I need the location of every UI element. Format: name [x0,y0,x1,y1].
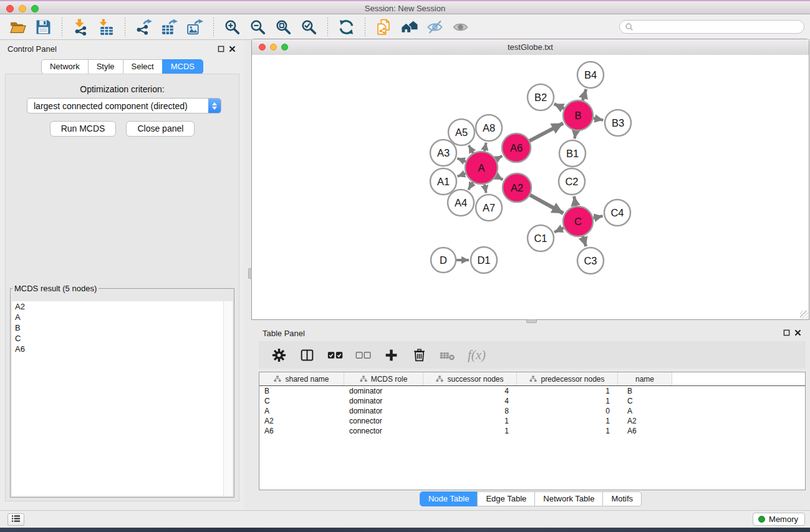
edge-A-A8[interactable] [485,143,486,152]
table-cell[interactable]: connector [344,427,423,435]
table-cell[interactable]: dominator [344,387,423,395]
table-float-icon[interactable] [782,328,791,337]
tab-mcds[interactable]: MCDS [162,59,203,74]
delete-column-icon[interactable] [405,344,433,366]
node-A2[interactable] [503,173,531,202]
network-graph[interactable]: B4B2BB3A8A5A6A3B1AA1C2A2A4A7C4CC1C3DD1 [252,55,809,319]
show-all-icon[interactable] [448,17,473,37]
node-A6[interactable] [502,133,531,162]
result-item[interactable]: B [12,322,233,333]
search-box[interactable] [619,20,804,34]
split-panel-icon[interactable] [293,344,321,366]
table-settings-icon[interactable] [265,344,293,366]
result-item[interactable]: A2 [12,301,233,312]
edge-B-B1[interactable] [575,131,576,139]
close-panel-icon[interactable] [228,44,237,54]
table-cell[interactable]: C [259,397,344,405]
table-row[interactable]: Adominator80A [259,406,805,416]
column-header-name[interactable]: name [618,372,672,385]
node-B3[interactable] [605,110,631,136]
result-item[interactable]: A6 [12,344,233,354]
memory-button[interactable]: Memory [753,513,805,526]
run-mcds-button[interactable]: Run MCDS [50,121,117,137]
edge-C-C2[interactable] [574,196,576,206]
edge-A-A3[interactable] [457,158,466,162]
edge-B-B3[interactable] [594,118,604,120]
table-row[interactable]: Cdominator41C [259,396,805,406]
edge-C-C4[interactable] [593,216,602,218]
table-cell[interactable]: 4 [423,387,517,395]
node-A8[interactable] [476,115,502,141]
open-session-icon[interactable] [5,17,31,37]
table-cell[interactable]: dominator [344,397,423,405]
edge-C-C1[interactable] [554,228,564,232]
table-cell[interactable]: A [259,407,344,415]
table-cell[interactable]: B [618,387,672,395]
table-row[interactable]: A6connector11A6 [259,426,805,436]
table-cell[interactable]: 0 [517,407,618,415]
table-cell[interactable]: 1 [517,427,618,435]
edge-C-C3[interactable] [583,236,586,246]
resize-grip-icon[interactable] [800,311,808,319]
table-cell[interactable]: 1 [423,427,517,435]
zoom-fit-icon[interactable] [271,17,296,37]
tab-edge-table[interactable]: Edge Table [477,491,535,506]
select-all-icon[interactable] [321,344,349,366]
node-C[interactable] [563,206,593,236]
tab-select[interactable]: Select [123,59,163,74]
save-session-icon[interactable] [31,17,56,37]
table-cell[interactable]: C [618,397,672,405]
criterion-select[interactable]: largest connected component (directed) [27,98,221,114]
tab-motifs[interactable]: Motifs [602,491,642,506]
edge-A-A5[interactable] [469,145,473,153]
table-row[interactable]: A2connector11A2 [259,416,805,426]
edge-B-B4[interactable] [582,89,586,100]
table-cell[interactable]: A2 [618,417,672,425]
edge-A6-B[interactable] [529,123,563,141]
column-header-successor-nodes[interactable]: successor nodes [423,372,517,385]
table-cell[interactable]: 8 [423,407,517,415]
table-row[interactable]: Bdominator41B [259,386,805,396]
table-cell[interactable]: 1 [423,417,517,425]
import-table-icon[interactable] [94,17,119,37]
edge-A-A2[interactable] [496,176,503,180]
zoom-out-icon[interactable] [245,17,271,37]
vertical-scroll-thumb[interactable] [248,268,252,279]
node-C2[interactable] [559,168,585,195]
export-image-icon[interactable] [182,17,208,37]
node-D[interactable] [431,248,456,273]
table-cell[interactable]: 1 [517,417,618,425]
node-D1[interactable] [471,247,497,273]
import-network-icon[interactable] [68,17,94,37]
edge-A-A1[interactable] [458,173,466,177]
node-B[interactable] [563,100,593,130]
table-cell[interactable]: A [618,407,672,415]
table-cell[interactable]: B [259,387,344,395]
table-cell[interactable]: connector [344,417,423,425]
task-history-button[interactable] [7,513,24,526]
edge-A-A6[interactable] [496,156,502,160]
node-A4[interactable] [448,190,474,216]
duplicate-network-icon[interactable] [371,17,397,37]
table-cell[interactable]: 1 [517,387,618,395]
add-column-icon[interactable] [377,344,405,366]
tab-node-table[interactable]: Node Table [420,491,478,506]
float-panel-icon[interactable] [216,44,226,54]
result-item[interactable]: A [12,312,233,322]
table-cell[interactable]: A6 [618,427,672,435]
result-scrollbar[interactable] [223,301,233,496]
node-C4[interactable] [604,200,630,226]
search-input[interactable] [634,21,804,32]
table-cell[interactable]: dominator [344,407,423,415]
horizontal-scroll-thumb[interactable] [526,319,537,323]
column-header-mcds-role[interactable]: MCDS role [344,372,423,385]
node-B1[interactable] [559,140,586,167]
node-C3[interactable] [577,248,604,274]
table-cell[interactable]: 4 [423,397,517,405]
first-neighbors-icon[interactable] [397,17,422,37]
hide-selected-icon[interactable] [422,17,448,37]
node-A7[interactable] [476,195,502,221]
table-close-icon[interactable] [793,328,803,337]
edge-B-B2[interactable] [554,104,564,109]
node-B2[interactable] [528,84,554,110]
